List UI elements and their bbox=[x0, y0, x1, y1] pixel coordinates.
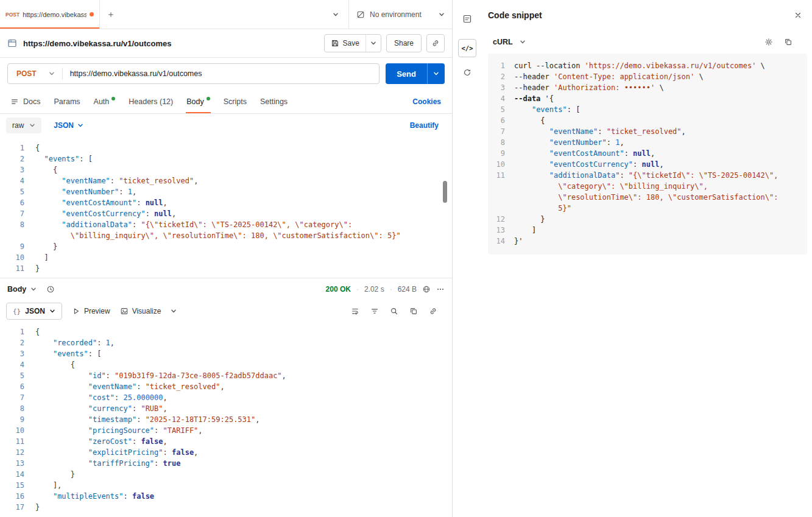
visualize-button[interactable]: Visualize bbox=[120, 307, 161, 315]
request-workspace: POST https://demo.vibekass No environmen… bbox=[0, 0, 453, 517]
copy-icon[interactable] bbox=[784, 38, 793, 46]
code-line: 8 "additionalData": "{\"ticketId\": \"TS… bbox=[0, 219, 452, 230]
code-text: "events": [ bbox=[35, 348, 101, 359]
code-text: "id": "019b31f9-12da-73ce-8005-f2adb57dd… bbox=[35, 370, 286, 381]
code-text: "pricingSource": "TARIFF", bbox=[35, 425, 203, 436]
chevron-down-icon bbox=[171, 308, 177, 314]
code-line: 12 } bbox=[488, 214, 807, 225]
image-icon bbox=[120, 307, 129, 315]
code-text: } bbox=[35, 263, 40, 274]
network-info-button[interactable] bbox=[422, 285, 431, 294]
code-text: "tariffPricing": true bbox=[35, 458, 180, 469]
beautify-link[interactable]: Beautify bbox=[410, 121, 439, 130]
request-tab[interactable]: POST https://demo.vibekass bbox=[0, 0, 100, 29]
response-format-select[interactable]: {} JSON bbox=[6, 303, 62, 320]
environment-label: No environment bbox=[370, 10, 434, 19]
more-dots-icon bbox=[436, 285, 445, 294]
body-type-select[interactable]: raw bbox=[6, 118, 41, 133]
line-number: 6 bbox=[0, 197, 24, 208]
code-text: "eventName": "ticket_resolved", bbox=[35, 175, 198, 186]
wrap-text-icon[interactable] bbox=[351, 307, 359, 315]
line-number: 11 bbox=[488, 170, 505, 181]
snippet-code-block[interactable]: 1curl --location 'https://demo.vibekassa… bbox=[488, 54, 807, 255]
share-button[interactable]: Share bbox=[386, 34, 422, 52]
gear-icon[interactable] bbox=[764, 38, 773, 46]
new-tab-button[interactable] bbox=[100, 0, 122, 29]
filter-icon[interactable] bbox=[370, 307, 379, 315]
send-label: Send bbox=[397, 69, 416, 79]
body-format-select[interactable]: JSON bbox=[54, 121, 83, 130]
tab-params[interactable]: Params bbox=[47, 90, 86, 113]
save-button[interactable]: Save bbox=[325, 35, 365, 52]
code-text: "eventName": "ticket_resolved", bbox=[514, 126, 686, 137]
copy-link-button[interactable] bbox=[426, 34, 445, 52]
environment-selector[interactable]: No environment bbox=[348, 0, 452, 29]
request-title: https://demo.vibekassa.ru/v1/outcomes bbox=[23, 39, 318, 48]
line-number: 4 bbox=[0, 175, 24, 186]
tab-docs[interactable]: Docs bbox=[4, 90, 47, 113]
tab-settings-label: Settings bbox=[260, 97, 288, 106]
tab-settings[interactable]: Settings bbox=[253, 90, 294, 113]
code-line: 7 "eventCostCurrency": null, bbox=[0, 208, 452, 219]
chevron-down-icon bbox=[30, 286, 37, 292]
code-line: 12 "explicitPricing": false, bbox=[0, 447, 452, 458]
response-meta-bar: Body 200 OK · 2.02 s · 624 B bbox=[0, 278, 452, 300]
line-number: 7 bbox=[0, 392, 24, 403]
preview-button[interactable]: Preview bbox=[72, 307, 110, 315]
snippet-language-select[interactable]: cURL bbox=[493, 38, 526, 46]
line-number: 16 bbox=[0, 491, 24, 502]
link-icon[interactable] bbox=[429, 307, 437, 315]
response-more-button[interactable] bbox=[436, 285, 445, 294]
code-line: 2 "events": [ bbox=[0, 153, 452, 164]
response-body-editor[interactable]: 1{2 "recorded": 1,3 "events": [4 {5 "id"… bbox=[0, 323, 452, 517]
cookies-link[interactable]: Cookies bbox=[412, 97, 441, 106]
url-input[interactable] bbox=[63, 64, 380, 83]
request-body-editor[interactable]: 1{2 "events": [3 {4 "eventName": "ticket… bbox=[0, 137, 452, 278]
response-time: 2.02 s bbox=[364, 285, 384, 294]
code-line: 5 "id": "019b31f9-12da-73ce-8005-f2adb57… bbox=[0, 370, 452, 381]
tab-auth[interactable]: Auth bbox=[87, 90, 122, 113]
code-line: 15 ], bbox=[0, 480, 452, 491]
line-number bbox=[488, 192, 505, 203]
plus-icon bbox=[107, 11, 115, 18]
save-options-button[interactable] bbox=[365, 35, 381, 52]
line-number: 3 bbox=[0, 348, 24, 359]
code-text: { bbox=[514, 115, 545, 126]
method-select[interactable]: POST bbox=[8, 64, 62, 83]
code-line: 4 { bbox=[0, 359, 452, 370]
close-panel-button[interactable] bbox=[789, 9, 807, 22]
play-icon bbox=[72, 307, 80, 315]
copy-icon[interactable] bbox=[409, 307, 418, 315]
share-label: Share bbox=[394, 39, 414, 47]
send-options-button[interactable] bbox=[427, 63, 445, 84]
code-text: "timestamp": "2025-12-18T17:59:25.531", bbox=[35, 414, 260, 425]
response-history-button[interactable] bbox=[46, 285, 55, 294]
search-icon[interactable] bbox=[390, 307, 398, 315]
code-icon: </> bbox=[462, 44, 473, 52]
tab-body[interactable]: Body bbox=[180, 90, 217, 113]
send-button[interactable]: Send bbox=[386, 63, 427, 84]
code-line: 6 "eventName": "ticket_resolved", bbox=[0, 381, 452, 392]
response-view-select[interactable]: Body bbox=[7, 285, 37, 294]
editor-scrollbar-thumb[interactable] bbox=[443, 181, 447, 203]
chevron-down-icon bbox=[333, 12, 339, 18]
code-text: "events": [ bbox=[35, 153, 93, 164]
code-text: { bbox=[35, 164, 57, 175]
tab-headers[interactable]: Headers (12) bbox=[122, 90, 180, 113]
code-text: --header 'Content-Type: application/json… bbox=[514, 71, 704, 82]
documentation-rail-button[interactable] bbox=[458, 10, 476, 28]
body-modified-dot bbox=[207, 97, 210, 100]
view-options-button[interactable] bbox=[171, 308, 177, 314]
snippet-doc-icon bbox=[462, 14, 472, 24]
code-text: "eventCostCurrency": null, bbox=[35, 208, 176, 219]
refresh-rail-button[interactable] bbox=[458, 63, 476, 82]
tab-scripts[interactable]: Scripts bbox=[217, 90, 253, 113]
line-number: 6 bbox=[488, 115, 505, 126]
request-tabs: Docs Params Auth Headers (12) Body Scrip… bbox=[0, 90, 452, 114]
url-box: POST bbox=[7, 63, 380, 84]
tab-bar: POST https://demo.vibekass No environmen… bbox=[0, 0, 452, 29]
tab-options-button[interactable] bbox=[323, 0, 348, 29]
code-line: 11 "zeroCost": false, bbox=[0, 436, 452, 447]
line-number: 7 bbox=[0, 208, 24, 219]
code-rail-button[interactable]: </> bbox=[458, 39, 476, 57]
